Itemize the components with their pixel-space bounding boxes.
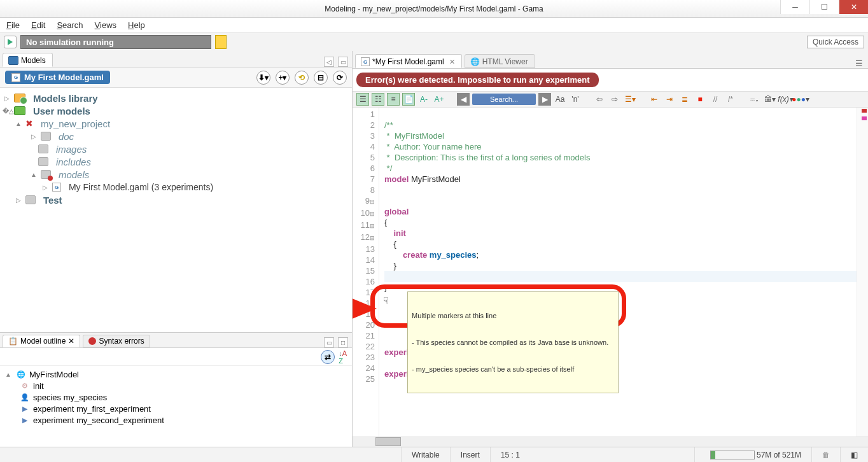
horizontal-scrollbar[interactable] bbox=[353, 437, 868, 447]
error-banner: Error(s) were detected. Impossible to ru… bbox=[356, 73, 599, 87]
tab-errors-label: Syntax errors bbox=[99, 337, 144, 346]
import-button[interactable]: ⬇▾ bbox=[256, 71, 270, 85]
list-icon[interactable]: ☰▾ bbox=[624, 93, 636, 106]
comment-line-icon[interactable]: // bbox=[709, 93, 722, 106]
search-input[interactable]: Search... bbox=[472, 94, 536, 105]
folder-icon bbox=[41, 132, 51, 141]
nav-prev-icon[interactable]: ◁ bbox=[324, 57, 334, 67]
outline-exp1[interactable]: experiment my_first_experiment bbox=[33, 404, 151, 414]
code-l13b: my_species bbox=[430, 250, 477, 260]
code-l13a: create bbox=[384, 250, 430, 260]
close-button[interactable]: ✕ bbox=[839, 0, 868, 14]
status-edit-icon[interactable] bbox=[215, 35, 227, 49]
link-outline-button[interactable]: ⇄ bbox=[321, 350, 335, 364]
colors-icon[interactable]: ●●●▾ bbox=[794, 93, 807, 106]
project-tree[interactable]: ▷ Models library �△ User models ▲✖ my_ne… bbox=[0, 88, 352, 332]
folder-icon bbox=[38, 157, 48, 166]
indent-icon[interactable]: ☷ bbox=[372, 93, 384, 106]
search-next-icon[interactable]: ▶ bbox=[538, 93, 551, 106]
tree-doc[interactable]: doc bbox=[59, 131, 74, 142]
folder-icon bbox=[41, 170, 51, 179]
menu-help[interactable]: Help bbox=[128, 20, 145, 30]
outline-exp2[interactable]: experiment my_second_experiment bbox=[33, 416, 164, 425]
minimize-button[interactable]: ─ bbox=[780, 0, 809, 14]
format-icon[interactable]: 📄 bbox=[402, 93, 415, 106]
minimize-icon[interactable]: ▭ bbox=[324, 337, 334, 347]
gc-button[interactable]: 🗑 bbox=[811, 447, 840, 462]
tree-user-models[interactable]: User models bbox=[33, 106, 90, 116]
code-l9: global bbox=[384, 207, 409, 216]
tree-test[interactable]: Test bbox=[43, 195, 62, 206]
active-file-badge[interactable]: G My First Model.gaml bbox=[5, 71, 110, 84]
tab-html-viewer[interactable]: 🌐 HTML Viewer bbox=[465, 54, 535, 68]
simulation-status: No simulation running bbox=[20, 35, 211, 49]
menu-search[interactable]: Search bbox=[57, 20, 83, 30]
main-toolbar: No simulation running Quick Access bbox=[0, 33, 868, 51]
editor-toolbar: ☰ ☷ ≡ 📄 A- A+ ◀ Search... ▶ Aa 'n' ⇦ ⇨ ☰… bbox=[353, 91, 868, 108]
shift-right-icon[interactable]: ⇨ bbox=[608, 93, 621, 106]
search-prev-icon[interactable]: ◀ bbox=[457, 93, 470, 106]
tree-models-folder[interactable]: models bbox=[59, 169, 89, 180]
menu-views[interactable]: Views bbox=[95, 20, 116, 30]
align-icon[interactable]: ≣ bbox=[678, 93, 691, 106]
collapse-button[interactable]: ⊟ bbox=[314, 71, 328, 85]
outline-species[interactable]: species my_species bbox=[33, 393, 107, 402]
match-case-icon[interactable]: Aa bbox=[554, 93, 566, 106]
overview-marker[interactable] bbox=[862, 116, 867, 120]
tree-includes[interactable]: includes bbox=[56, 157, 91, 167]
tree-models-library[interactable]: Models library bbox=[33, 93, 98, 104]
refresh-button[interactable]: ⟳ bbox=[333, 71, 347, 85]
menu-edit[interactable]: Edit bbox=[31, 20, 45, 30]
tab-syntax-errors[interactable]: Syntax errors bbox=[83, 335, 150, 347]
templates-icon[interactable]: ⎓▾ bbox=[748, 93, 761, 106]
outline-init[interactable]: init bbox=[33, 381, 44, 391]
scrollbar-thumb[interactable] bbox=[375, 437, 401, 446]
tab-html-label: HTML Viewer bbox=[482, 57, 528, 66]
tab-editor-file[interactable]: G *My First Model.gaml ✕ bbox=[355, 54, 462, 68]
close-icon[interactable]: ✕ bbox=[68, 337, 74, 346]
maximize-icon[interactable]: □ bbox=[338, 337, 348, 347]
menu-file[interactable]: File bbox=[6, 20, 20, 30]
outline-tree[interactable]: ▲🌐MyFirstModel ⚙init 👤species my_species… bbox=[0, 366, 352, 447]
editor-menu-icon[interactable]: ☰ bbox=[855, 59, 868, 68]
shift-left-icon[interactable]: ⇦ bbox=[593, 93, 606, 106]
font-inc-icon[interactable]: A+ bbox=[433, 93, 445, 106]
minimize-panel-icon[interactable]: ▭ bbox=[338, 57, 348, 67]
font-dec-icon[interactable]: A- bbox=[417, 93, 430, 106]
status-memory-label: 57M of 521M bbox=[757, 451, 801, 459]
maximize-button[interactable]: ☐ bbox=[809, 0, 839, 14]
whole-word-icon[interactable]: 'n' bbox=[569, 93, 582, 106]
outline-root[interactable]: MyFirstModel bbox=[29, 370, 79, 379]
gaml-file-icon: G bbox=[11, 73, 20, 82]
quick-access[interactable]: Quick Access bbox=[807, 36, 864, 48]
dedent-icon[interactable]: ⇤ bbox=[648, 93, 661, 106]
code-l14: } bbox=[384, 261, 396, 270]
memory-progress[interactable] bbox=[710, 451, 755, 459]
tree-model-file[interactable]: My First Model.gaml (3 experiments) bbox=[69, 182, 213, 192]
outline-toggle-icon[interactable]: ☰ bbox=[356, 93, 369, 106]
link-button[interactable]: ⟲ bbox=[295, 71, 309, 85]
code-editor[interactable]: 12345 678 9⊟ 10⊟ 11⊟ 12⊟ 1314151617 1819… bbox=[353, 108, 868, 437]
tree-images[interactable]: images bbox=[56, 144, 87, 155]
close-icon[interactable]: ✕ bbox=[449, 58, 455, 66]
run-button[interactable] bbox=[4, 36, 17, 48]
overview-error-marker[interactable] bbox=[862, 109, 867, 113]
new-button[interactable]: +▾ bbox=[276, 71, 290, 85]
tree-project[interactable]: my_new_project bbox=[41, 118, 110, 129]
wrap-icon[interactable]: ≡ bbox=[387, 93, 400, 106]
color-red-icon[interactable]: ■ bbox=[694, 93, 706, 106]
code-l2: * MyFirstModel bbox=[384, 131, 444, 141]
code-area[interactable]: /** * MyFirstModel * Author: Your name h… bbox=[379, 108, 857, 437]
experiment-icon: ▶ bbox=[20, 416, 29, 424]
indent-right-icon[interactable]: ⇥ bbox=[663, 93, 676, 106]
operators-icon[interactable]: f(x)▾ bbox=[779, 93, 792, 106]
cursor-icon: ☟ bbox=[383, 295, 389, 306]
overview-ruler[interactable] bbox=[857, 108, 868, 437]
status-extra-icon[interactable]: ◧ bbox=[840, 447, 868, 462]
tab-models[interactable]: Models bbox=[3, 53, 53, 67]
comment-block-icon[interactable]: /* bbox=[724, 93, 737, 106]
tab-model-outline[interactable]: 📋 Model outline ✕ bbox=[3, 335, 80, 347]
sort-az-icon[interactable]: ↓AZ bbox=[339, 349, 347, 365]
status-memory: 57M of 521M bbox=[694, 447, 811, 462]
builtin-icon[interactable]: 🏛▾ bbox=[764, 93, 776, 106]
